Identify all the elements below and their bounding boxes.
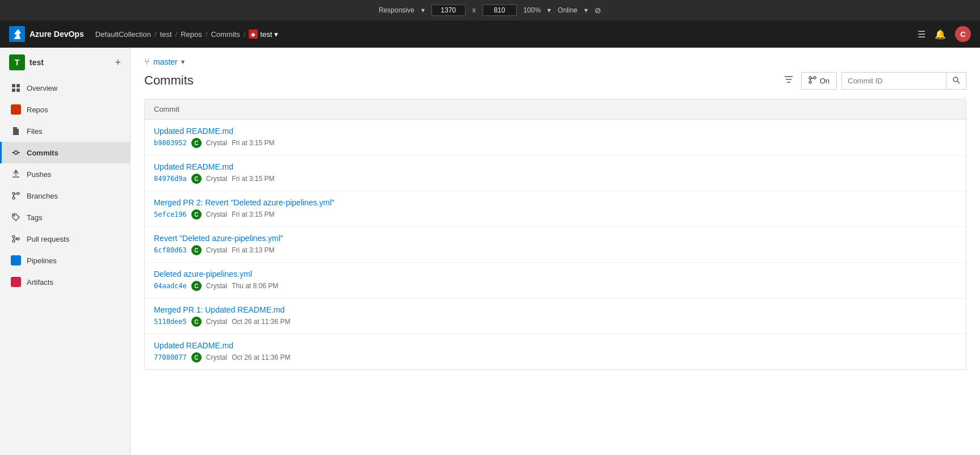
- artifacts-icon: [11, 277, 21, 287]
- commit-message[interactable]: Updated README.md: [154, 127, 957, 136]
- commit-message[interactable]: Merged PR 2: Revert "Deleted azure-pipel…: [154, 198, 957, 207]
- svg-point-18: [809, 81, 811, 83]
- sidebar-item-pullrequests[interactable]: Pull requests: [0, 228, 130, 250]
- commit-message[interactable]: Revert "Deleted azure-pipelines.yml": [154, 234, 957, 243]
- commit-hash[interactable]: 84976d9a: [154, 175, 187, 183]
- list-icon-button[interactable]: ☰: [918, 29, 925, 40]
- svg-point-13: [14, 215, 15, 216]
- table-row: Deleted azure-pipelines.yml 04aadc4e C C…: [145, 263, 966, 298]
- svg-point-20: [953, 77, 958, 82]
- commit-message[interactable]: Merged PR 1: Updated README.md: [154, 305, 957, 314]
- on-button[interactable]: On: [801, 72, 837, 90]
- breadcrumb-defaultcollection[interactable]: DefaultCollection: [95, 30, 151, 39]
- sidebar-item-files[interactable]: Files: [0, 120, 130, 142]
- commit-message[interactable]: Deleted azure-pipelines.yml: [154, 269, 957, 279]
- commit-hash[interactable]: 5110dee5: [154, 318, 187, 326]
- breadcrumb-repos[interactable]: Repos: [181, 30, 202, 39]
- sidebar-item-commits[interactable]: Commits: [0, 142, 130, 163]
- sidebar-item-overview[interactable]: Overview: [0, 77, 130, 99]
- svg-rect-1: [12, 84, 15, 87]
- responsive-label: Responsive: [379, 6, 414, 14]
- commits-table-header: Commit: [145, 99, 966, 120]
- page-title-row: Commits: [144, 71, 966, 90]
- app-logo[interactable]: Azure DevOps: [9, 26, 84, 42]
- sidebar-label-artifacts: Artifacts: [27, 278, 53, 287]
- commit-id-input[interactable]: [842, 73, 946, 89]
- pipelines-icon: [11, 255, 21, 266]
- breadcrumb-repo-name: test: [260, 30, 272, 39]
- commits-icon: [11, 148, 21, 158]
- commit-author: Crystal: [206, 246, 227, 254]
- commit-hash[interactable]: b9803952: [154, 139, 187, 147]
- svg-rect-2: [16, 84, 20, 87]
- online-status: Online: [558, 6, 577, 14]
- svg-point-7: [14, 151, 18, 154]
- breadcrumb-sep-4: /: [244, 30, 246, 39]
- commit-author: Crystal: [206, 282, 227, 290]
- overview-icon: [11, 83, 21, 93]
- sidebar-item-repos[interactable]: Repos: [0, 99, 130, 120]
- commit-meta: 5efce196 C Crystal Fri at 3:15 PM: [154, 209, 957, 220]
- repo-chevron: ▾: [274, 30, 278, 39]
- avatar: C: [191, 138, 202, 148]
- svg-line-21: [958, 81, 960, 83]
- commit-message[interactable]: Updated README.md: [154, 341, 957, 350]
- commit-meta: 5110dee5 C Crystal Oct 26 at 11:36 PM: [154, 317, 957, 327]
- filter-button[interactable]: [781, 71, 797, 90]
- branch-selector[interactable]: ⑂ master ▾: [144, 57, 185, 67]
- commit-search-button[interactable]: [946, 73, 966, 89]
- browser-bar: Responsive ▾ x 100% ▾ Online ▾ ⊘: [0, 0, 980, 20]
- avatar: C: [191, 317, 202, 327]
- height-input[interactable]: [483, 5, 517, 16]
- bell-icon-button[interactable]: 🔔: [935, 29, 946, 40]
- pushes-icon: [11, 169, 21, 179]
- commits-table: Commit Updated README.md b9803952 C Crys…: [144, 99, 966, 370]
- user-avatar[interactable]: C: [955, 26, 971, 42]
- files-icon: [11, 126, 21, 136]
- avatar: C: [191, 352, 202, 363]
- sidebar-item-tags[interactable]: Tags: [0, 207, 130, 228]
- breadcrumb-repo[interactable]: ◆ test ▾: [249, 30, 278, 39]
- svg-rect-4: [16, 89, 20, 92]
- breadcrumb-commits[interactable]: Commits: [211, 30, 240, 39]
- breadcrumb-test[interactable]: test: [160, 30, 172, 39]
- project-header: T test +: [0, 48, 130, 77]
- sidebar-item-branches[interactable]: Branches: [0, 185, 130, 207]
- commit-author: Crystal: [206, 353, 227, 361]
- sidebar-item-pushes[interactable]: Pushes: [0, 163, 130, 185]
- commit-author: Crystal: [206, 210, 227, 218]
- avatar: C: [191, 209, 202, 220]
- project-badge: T: [9, 54, 25, 70]
- commit-hash[interactable]: 6cf80d63: [154, 246, 187, 254]
- commit-hash[interactable]: 5efce196: [154, 210, 187, 218]
- commit-message[interactable]: Updated README.md: [154, 162, 957, 171]
- commit-author: Crystal: [206, 175, 227, 183]
- width-input[interactable]: [432, 5, 466, 16]
- table-row: Updated README.md 77080077 C Crystal Oct…: [145, 334, 966, 369]
- branch-chevron-icon: ▾: [181, 58, 185, 66]
- top-nav: Azure DevOps DefaultCollection / test / …: [0, 20, 980, 48]
- page-header-area: ⑂ master ▾ Commits: [131, 48, 980, 90]
- breadcrumb-sep-1: /: [154, 30, 157, 39]
- dropdown-arrow: ▾: [421, 6, 425, 14]
- commit-meta: b9803952 C Crystal Fri at 3:15 PM: [154, 138, 957, 148]
- commit-id-search: [841, 72, 966, 90]
- commit-hash[interactable]: 77080077: [154, 353, 187, 361]
- repos-icon: [11, 104, 21, 115]
- commit-timestamp: Oct 26 at 11:36 PM: [232, 318, 290, 326]
- commit-rows-container: Updated README.md b9803952 C Crystal Fri…: [145, 120, 966, 369]
- avatar: C: [191, 174, 202, 184]
- commit-timestamp: Fri at 3:15 PM: [232, 210, 274, 218]
- add-project-button[interactable]: +: [115, 57, 121, 68]
- sidebar-label-tags: Tags: [27, 213, 42, 222]
- main-layout: T test + Overview: [0, 48, 980, 455]
- branch-name: master: [153, 57, 178, 66]
- project-name: test: [30, 58, 44, 67]
- avatar: C: [191, 245, 202, 255]
- svg-point-15: [12, 240, 15, 242]
- page-actions: On: [781, 71, 966, 90]
- commit-hash[interactable]: 04aadc4e: [154, 282, 187, 290]
- sidebar-item-pipelines[interactable]: Pipelines: [0, 250, 130, 271]
- sidebar-label-commits: Commits: [27, 149, 58, 157]
- sidebar-item-artifacts[interactable]: Artifacts: [0, 271, 130, 293]
